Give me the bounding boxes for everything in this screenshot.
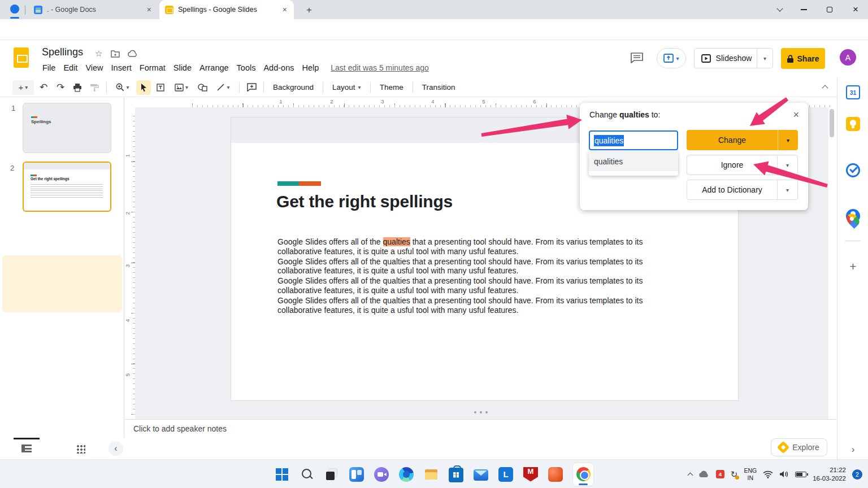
- star-document-icon[interactable]: ☆: [95, 49, 102, 59]
- tab-close-icon[interactable]: ×: [281, 5, 288, 14]
- cloud-status-icon[interactable]: [128, 50, 138, 57]
- window-maximize-button[interactable]: [818, 0, 841, 19]
- move-folder-icon[interactable]: [111, 50, 120, 58]
- change-dropdown[interactable]: ▾: [778, 130, 798, 150]
- comments-icon[interactable]: [631, 53, 643, 63]
- text-box-button[interactable]: [153, 80, 168, 95]
- ignore-button[interactable]: Ignore ▾: [687, 155, 798, 175]
- office-icon[interactable]: [548, 467, 563, 482]
- print-button[interactable]: [70, 80, 85, 95]
- zoom-button[interactable]: ▾: [111, 80, 134, 95]
- chrome-taskbar-button[interactable]: [573, 463, 593, 486]
- slide-title[interactable]: Get the right spellings: [276, 192, 453, 211]
- alert-badge[interactable]: 4: [716, 470, 724, 478]
- ignore-dropdown[interactable]: ▾: [777, 155, 797, 175]
- add-addon-button[interactable]: +: [837, 260, 868, 273]
- tab-google-slides[interactable]: Spellings - Google Slides ×: [159, 0, 294, 19]
- collapse-filmstrip-button[interactable]: ‹: [108, 441, 123, 456]
- microsoft-store-icon[interactable]: [449, 468, 463, 482]
- insert-comment-button[interactable]: [244, 80, 259, 95]
- slideshow-dropdown[interactable]: ▾: [757, 49, 772, 68]
- suggestion-input[interactable]: qualities: [589, 130, 678, 150]
- share-button[interactable]: Share: [781, 48, 825, 69]
- filmstrip-view-button[interactable]: [21, 445, 32, 452]
- tab-close-icon[interactable]: ×: [146, 5, 153, 14]
- slide-body-text[interactable]: Google Slides offers all of the qualties…: [277, 237, 669, 315]
- account-avatar[interactable]: A: [840, 49, 856, 66]
- l-app-icon[interactable]: L: [498, 467, 513, 482]
- mail-icon[interactable]: [474, 469, 488, 481]
- clock[interactable]: 21:22 16-03-2022: [813, 466, 846, 483]
- menu-help[interactable]: Help: [298, 62, 323, 74]
- window-minimize-button[interactable]: [792, 0, 815, 19]
- tab-google-docs[interactable]: . - Google Docs ×: [28, 0, 158, 19]
- sync-icon[interactable]: ↻: [731, 469, 738, 480]
- volume-icon[interactable]: [779, 470, 789, 478]
- google-calendar-icon[interactable]: 31: [846, 85, 860, 99]
- search-icon[interactable]: [300, 467, 314, 482]
- task-view-icon[interactable]: [324, 467, 339, 482]
- start-button-icon[interactable]: [275, 467, 289, 482]
- expand-panel-button[interactable]: ›: [837, 444, 868, 455]
- language-indicator[interactable]: ENG IN: [744, 467, 757, 481]
- document-title[interactable]: Spellings: [42, 46, 83, 58]
- menu-file[interactable]: File: [38, 62, 59, 74]
- menu-view[interactable]: View: [81, 62, 107, 74]
- explore-button[interactable]: Explore: [771, 438, 827, 456]
- new-slide-button[interactable]: +▾: [12, 80, 34, 95]
- menu-tools[interactable]: Tools: [233, 62, 260, 74]
- suggestion-item[interactable]: qualities: [589, 151, 678, 171]
- menu-arrange[interactable]: Arrange: [196, 62, 233, 74]
- present-to-meeting-button[interactable]: ▾: [657, 48, 686, 68]
- edge-browser-icon[interactable]: [399, 467, 414, 482]
- mcafee-icon[interactable]: M: [523, 467, 538, 482]
- slides-logo-icon[interactable]: [14, 47, 29, 68]
- close-icon[interactable]: ×: [793, 109, 799, 121]
- undo-button[interactable]: ↶: [36, 80, 51, 95]
- vertical-ruler[interactable]: 1 2 3 4 5: [125, 107, 135, 419]
- slide-thumbnail-1[interactable]: Spellings: [23, 103, 111, 153]
- menu-edit[interactable]: Edit: [59, 62, 81, 74]
- tab-search-icon[interactable]: [769, 0, 791, 19]
- notification-badge[interactable]: 2: [852, 469, 862, 480]
- battery-icon[interactable]: [795, 472, 806, 477]
- redo-button[interactable]: ↷: [53, 80, 68, 95]
- layout-button[interactable]: Layout▾: [327, 83, 367, 91]
- pinned-tab-icon[interactable]: [10, 5, 19, 14]
- tray-overflow-icon[interactable]: [687, 472, 693, 478]
- notes-resize-handle[interactable]: [474, 411, 488, 413]
- grid-view-button[interactable]: [76, 445, 85, 454]
- menu-addons[interactable]: Add-ons: [259, 62, 298, 74]
- add-to-dictionary-button[interactable]: Add to Dictionary ▾: [687, 180, 798, 200]
- change-button[interactable]: Change ▾: [687, 130, 798, 150]
- slide-thumbnail-2[interactable]: Get the right spellings: [23, 162, 111, 212]
- last-edit-link[interactable]: Last edit was 5 minutes ago: [331, 62, 429, 74]
- google-maps-icon[interactable]: [846, 213, 860, 227]
- add-to-dictionary-dropdown[interactable]: ▾: [777, 180, 797, 199]
- menu-format[interactable]: Format: [136, 62, 170, 74]
- wifi-icon[interactable]: [763, 470, 773, 478]
- onedrive-icon[interactable]: [698, 470, 710, 478]
- speaker-notes-placeholder[interactable]: Click to add speaker notes: [133, 424, 836, 433]
- speaker-notes-area[interactable]: Click to add speaker notes: [124, 419, 836, 438]
- misspelled-word-highlight[interactable]: qualties: [383, 237, 410, 246]
- canvas-scrollbar[interactable]: [830, 109, 834, 137]
- theme-button[interactable]: Theme: [374, 83, 409, 91]
- window-close-button[interactable]: ×: [844, 0, 867, 19]
- google-tasks-icon[interactable]: [846, 163, 860, 177]
- insert-image-button[interactable]: ▾: [170, 80, 193, 95]
- background-button[interactable]: Background: [267, 83, 319, 91]
- paint-format-button[interactable]: [87, 80, 102, 95]
- chat-icon[interactable]: [374, 467, 389, 482]
- slideshow-button[interactable]: Slideshow ▾: [694, 48, 773, 68]
- insert-shape-button[interactable]: [195, 80, 210, 95]
- menu-insert[interactable]: Insert: [107, 62, 136, 74]
- transition-button[interactable]: Transition: [416, 83, 461, 91]
- insert-line-button[interactable]: ▾: [212, 80, 235, 95]
- google-keep-icon[interactable]: [846, 117, 860, 131]
- file-explorer-icon[interactable]: [424, 467, 439, 482]
- new-tab-button[interactable]: +: [302, 3, 316, 18]
- menu-slide[interactable]: Slide: [170, 62, 196, 74]
- select-tool-button[interactable]: [136, 80, 151, 95]
- widgets-icon[interactable]: [349, 467, 364, 482]
